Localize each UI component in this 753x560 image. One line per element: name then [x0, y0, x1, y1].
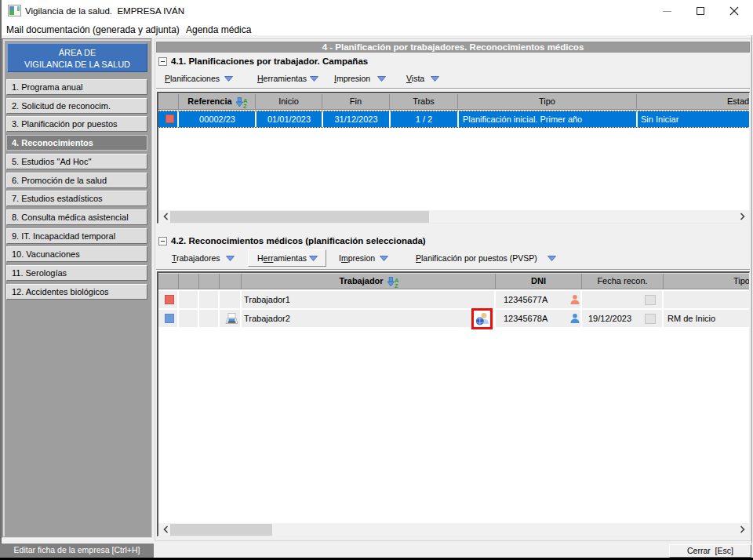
svg-text:Z: Z: [243, 103, 247, 109]
svg-text:Z: Z: [395, 282, 398, 289]
